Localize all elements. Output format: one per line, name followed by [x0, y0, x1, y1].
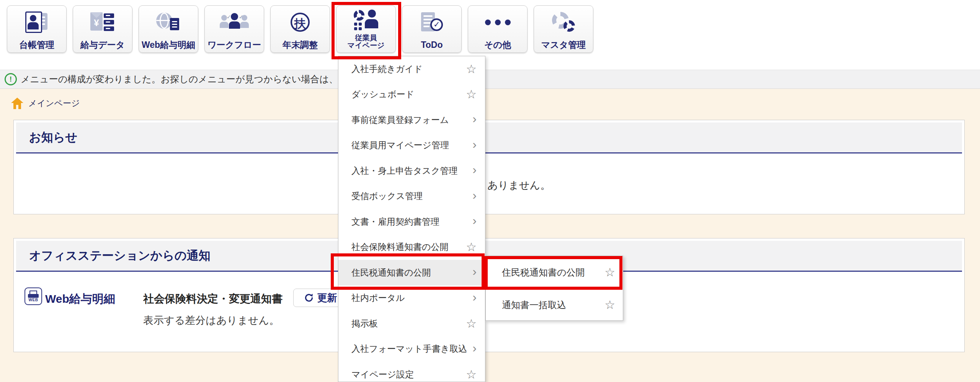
todo-icon: ✓: [402, 10, 461, 34]
toolbar-button-label: マスタ管理: [541, 40, 586, 50]
favorite-star-icon[interactable]: ☆: [466, 369, 477, 380]
workflow-icon: ✓ ✓: [205, 10, 264, 34]
announcements-title: お知らせ: [29, 129, 77, 145]
toolbar-button-label: Web給与明細: [142, 40, 195, 50]
menu-item-onboarding-task-management[interactable]: 入社・身上申告タスク管理 ›: [338, 158, 485, 184]
favorite-star-icon[interactable]: ☆: [466, 318, 477, 330]
toolbar-button-todo[interactable]: ✓ ToDo: [402, 5, 462, 53]
toolbar-button-label: ToDo: [421, 40, 443, 50]
menu-item-mypage-settings[interactable]: マイページ設定 ☆: [338, 362, 485, 382]
toolbar-button-web-payslip[interactable]: Web給与明細: [139, 5, 198, 53]
menu-item-dashboard[interactable]: ダッシュボード ☆: [338, 82, 485, 108]
chevron-right-icon: ›: [472, 214, 477, 227]
toolbar-button-others[interactable]: その他: [468, 5, 528, 53]
toolbar-button-payroll-data[interactable]: ¥ 給与データ: [73, 5, 132, 53]
submenu-item-resident-tax-notice-publish[interactable]: 住民税通知書の公開 ☆: [486, 256, 623, 289]
master-settings-icon: [534, 10, 593, 34]
announcements-header: お知らせ: [16, 122, 962, 153]
menu-item-social-insurance-notice[interactable]: 社会保険料通知書の公開 ☆: [338, 235, 485, 260]
year-end-adjustment-icon: 扶: [271, 10, 330, 34]
breadcrumb-label: メインページ: [28, 98, 80, 109]
menu-item-bulletin-board[interactable]: 掲示板 ☆: [338, 311, 485, 336]
payroll-data-icon: ¥: [73, 10, 132, 34]
alert-icon: !: [5, 73, 17, 85]
toolbar-button-label: 年末調整: [283, 40, 318, 50]
favorite-star-icon[interactable]: ☆: [466, 63, 477, 75]
toolbar-button-workflow[interactable]: ✓ ✓ ワークフロー: [204, 5, 264, 53]
menu-item-employee-mypage-management[interactable]: 従業員用マイページ管理 ›: [338, 133, 485, 158]
menu-item-document-contract-management[interactable]: 文書・雇用契約書管理 ›: [338, 209, 485, 235]
toolbar-button-master-management[interactable]: マスタ管理: [534, 5, 593, 53]
menu-item-pre-employee-registration[interactable]: 事前従業員登録フォーム ›: [338, 107, 485, 133]
refresh-button-label: 更新: [317, 291, 337, 305]
menu-item-resident-tax-notice[interactable]: 住民税通知書の公開 ›: [338, 260, 485, 286]
web-payslip-badge-icon: WEB: [24, 287, 42, 305]
menu-change-notice-bar: ! メニューの構成が変わりました。お探しのメニューが見つからない場合は、 こ: [0, 70, 980, 89]
chevron-right-icon: ›: [472, 342, 477, 354]
app-window: 台帳管理 ¥ 給与データ: [0, 0, 980, 382]
toolbar-button-label: その他: [484, 40, 511, 50]
submenu-item-notice-bulk-import[interactable]: 通知書一括取込 ☆: [486, 289, 623, 321]
announcements-card: お知らせ ありません。: [13, 120, 965, 214]
chevron-right-icon: ›: [472, 189, 477, 201]
refresh-icon: [304, 293, 314, 303]
resident-tax-submenu: 住民税通知書の公開 ☆ 通知書一括取込 ☆: [485, 256, 623, 321]
menu-item-handwritten-format-import[interactable]: 入社フォーマット手書き取込 ›: [338, 336, 485, 362]
menu-item-onboarding-guide[interactable]: 入社手続きガイド ☆: [338, 56, 485, 82]
toolbar-button-label: マイページ: [348, 42, 385, 50]
main-toolbar: 台帳管理 ¥ 給与データ: [7, 5, 593, 53]
favorite-star-icon[interactable]: ☆: [604, 266, 615, 278]
chevron-right-icon: ›: [472, 113, 477, 125]
favorite-star-icon[interactable]: ☆: [466, 88, 477, 100]
web-payslip-source-label: Web給与明細: [45, 291, 115, 307]
chevron-right-icon: ›: [472, 163, 477, 176]
breadcrumb[interactable]: メインページ: [11, 96, 80, 111]
ledger-icon: [7, 10, 66, 34]
chevron-right-icon: ›: [472, 138, 477, 150]
station-notifications-title: オフィスステーションからの通知: [29, 248, 211, 264]
toolbar-button-label: 給与データ: [80, 40, 125, 50]
toolbar-button-employee-mypage[interactable]: 従業員 マイページ: [336, 5, 396, 53]
toolbar-button-year-end-adjustment[interactable]: 扶 年末調整: [270, 5, 330, 53]
notification-status-text: 表示する差分はありません。: [143, 313, 279, 327]
web-payslip-icon: [139, 10, 198, 34]
chevron-right-icon: ›: [472, 265, 477, 278]
toolbar-button-label: ワークフロー: [207, 40, 261, 50]
announcements-empty-text: ありません。: [487, 178, 550, 192]
toolbar-button-label: 従業員: [355, 34, 377, 42]
toolbar-button-label: 台帳管理: [19, 40, 54, 50]
chevron-right-icon: ›: [472, 291, 477, 303]
notice-message: メニューの構成が変わりました。お探しのメニューが見つからない場合は、: [21, 73, 338, 85]
notification-document-title: 社会保険料決定・変更通知書: [143, 292, 283, 306]
menu-item-inbox-management[interactable]: 受信ボックス管理 ›: [338, 184, 485, 209]
employee-mypage-dropdown-menu: 入社手続きガイド ☆ ダッシュボード ☆ 事前従業員登録フォーム › 従業員用マ…: [338, 56, 485, 382]
favorite-star-icon[interactable]: ☆: [604, 299, 615, 311]
employee-mypage-icon: [336, 9, 395, 33]
favorite-star-icon[interactable]: ☆: [466, 241, 477, 253]
menu-item-company-portal[interactable]: 社内ポータル ›: [338, 286, 485, 311]
more-icon: [468, 10, 527, 34]
toolbar-button-ledger-management[interactable]: 台帳管理: [7, 5, 67, 53]
home-icon: [11, 97, 24, 109]
